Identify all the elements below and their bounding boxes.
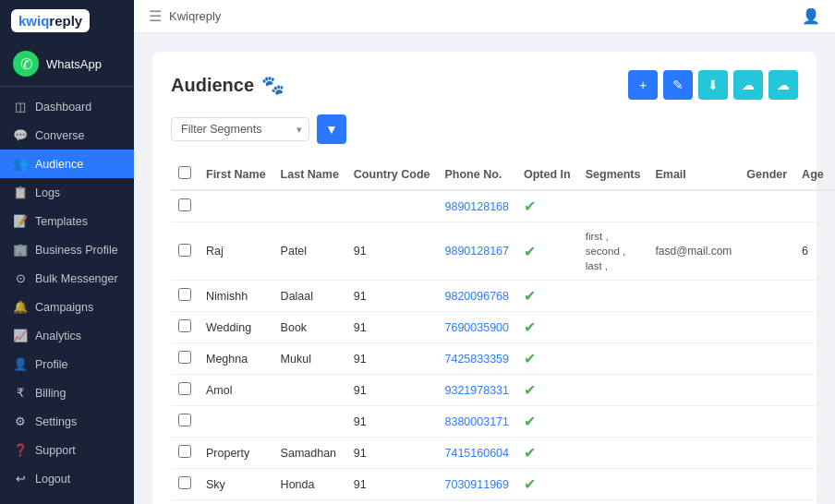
cell-country-code: 91	[346, 222, 438, 281]
cell-age	[794, 406, 831, 438]
opted-in-icon: ✔	[524, 445, 536, 461]
cell-segments	[578, 438, 648, 469]
apply-filter-button[interactable]: ▼	[317, 114, 346, 144]
table-row: Raj Patel 91 9890128167 ✔ first , second…	[171, 222, 835, 281]
sidebar-item-converse[interactable]: 💬 Converse	[0, 121, 134, 150]
row-checkbox[interactable]	[178, 244, 191, 257]
cell-last-name: Book	[273, 312, 346, 343]
cell-opted-in: ✔	[516, 281, 578, 312]
cell-age: 6	[794, 222, 831, 281]
cell-opted-in: ✔	[516, 222, 578, 281]
sidebar-nav: ◫ Dashboard 💬 Converse 👥 Audience 📋 Logs…	[0, 87, 134, 504]
sidebar-item-bulk-messenger[interactable]: ⊙ Bulk Messenger	[0, 264, 134, 293]
download-button[interactable]: ⬇	[698, 70, 728, 100]
logo-area: kwiqreply	[0, 0, 134, 42]
cell-phone[interactable]: 8380003171	[437, 406, 516, 438]
sidebar-item-logs[interactable]: 📋 Logs	[0, 178, 134, 207]
phone-link[interactable]: 9890128167	[444, 245, 509, 258]
row-checkbox[interactable]	[178, 351, 191, 364]
cell-gender	[739, 406, 794, 438]
row-checkbox[interactable]	[178, 198, 191, 211]
header-gender: Gender	[739, 159, 794, 190]
sidebar-item-support[interactable]: ❓ Support	[0, 436, 134, 464]
header-age: Age	[794, 159, 831, 190]
cell-phone[interactable]: 7030911969	[437, 469, 516, 500]
logo-text: kwiqreply	[18, 13, 82, 29]
cell-gender	[739, 500, 794, 504]
phone-link[interactable]: 9820096768	[444, 290, 509, 303]
add-contact-button[interactable]: +	[628, 70, 658, 100]
cell-last-name: Saran	[273, 500, 346, 504]
row-checkbox[interactable]	[178, 414, 191, 426]
segments-value: first , second , last ,	[586, 231, 625, 271]
row-checkbox[interactable]	[178, 382, 191, 395]
cell-email	[647, 406, 739, 438]
business-icon: 🏢	[13, 243, 28, 257]
cell-phone[interactable]: 9890128168	[437, 190, 516, 222]
phone-link[interactable]: 7690035900	[444, 321, 509, 334]
user-icon[interactable]: 👤	[802, 7, 820, 25]
row-checkbox[interactable]	[178, 476, 191, 489]
whatsapp-selector[interactable]: ✆ WhatsApp	[0, 42, 134, 87]
sidebar-item-business-profile[interactable]: 🏢 Business Profile	[0, 235, 134, 264]
cell-country-code: 91	[346, 312, 438, 343]
sidebar-item-label: Billing	[35, 387, 66, 400]
edit-button[interactable]: ✎	[663, 70, 693, 100]
bulk-icon: ⊙	[13, 271, 28, 285]
header-opted-in: Opted In	[516, 159, 578, 190]
sidebar-item-label: Logs	[35, 186, 60, 199]
cell-segments	[578, 500, 648, 504]
filter-select-wrap: Filter Segments Segment 1 Segment 2	[171, 117, 309, 141]
menu-icon[interactable]: ☰	[149, 7, 162, 25]
cell-opted-in: ✔	[516, 312, 578, 343]
sidebar-item-settings[interactable]: ⚙ Settings	[0, 407, 134, 436]
sidebar-item-analytics[interactable]: 📈 Analytics	[0, 321, 134, 350]
cell-phone[interactable]: 7415517920	[437, 500, 516, 504]
cell-last-name: Honda	[273, 469, 346, 500]
row-checkbox[interactable]	[178, 445, 191, 458]
cell-gender	[739, 281, 794, 312]
cell-phone[interactable]: 9820096768	[437, 281, 516, 312]
cell-first-name: Wedding	[199, 312, 273, 343]
cell-gender	[739, 222, 794, 281]
phone-link[interactable]: 7425833359	[444, 353, 509, 366]
cell-opted-in: ✔	[516, 469, 578, 500]
phone-link[interactable]: 7030911969	[444, 478, 509, 491]
sidebar-item-dashboard[interactable]: ◫ Dashboard	[0, 92, 134, 121]
cell-opted-in: ✔	[516, 375, 578, 406]
topbar-title: Kwiqreply	[169, 9, 221, 23]
billing-icon: ₹	[13, 386, 28, 400]
cell-phone[interactable]: 9890128167	[437, 222, 516, 281]
opted-in-icon: ✔	[524, 351, 536, 366]
sidebar-item-profile[interactable]: 👤 Profile	[0, 350, 134, 378]
select-all-checkbox[interactable]	[178, 166, 191, 179]
sidebar-item-audience[interactable]: 👥 Audience	[0, 150, 134, 178]
cell-segments	[578, 406, 648, 438]
sidebar-item-logout[interactable]: ↩ Logout	[0, 464, 134, 493]
header-email: Email	[647, 159, 739, 190]
cell-first-name	[199, 190, 273, 222]
cell-country-code: 91	[346, 375, 438, 406]
filter-segments-select[interactable]: Filter Segments Segment 1 Segment 2	[171, 117, 309, 141]
opted-in-icon: ✔	[524, 244, 536, 259]
phone-link[interactable]: 8380003171	[444, 415, 509, 428]
sidebar-item-billing[interactable]: ₹ Billing	[0, 378, 134, 407]
cell-country-code: 91	[346, 500, 438, 504]
cell-phone[interactable]: 7690035900	[437, 312, 516, 343]
sidebar-item-templates[interactable]: 📝 Templates	[0, 207, 134, 235]
cell-phone[interactable]: 9321978331	[437, 375, 516, 406]
phone-link[interactable]: 9321978331	[444, 384, 509, 397]
sidebar-item-campaigns[interactable]: 🔔 Campaigns	[0, 293, 134, 321]
cell-country-code	[346, 190, 438, 222]
cell-first-name: Raj	[199, 222, 273, 281]
table-row: Meghna Mukul 91 7425833359 ✔ None	[171, 343, 835, 375]
cell-phone[interactable]: 7425833359	[437, 343, 516, 375]
phone-link[interactable]: 9890128168	[444, 200, 509, 213]
cell-phone[interactable]: 7415160604	[437, 438, 516, 469]
phone-link[interactable]: 7415160604	[444, 447, 509, 460]
logout-icon: ↩	[13, 472, 28, 486]
upload-button-2[interactable]: ☁	[768, 70, 798, 100]
row-checkbox[interactable]	[178, 319, 191, 332]
upload-button-1[interactable]: ☁	[733, 70, 763, 100]
row-checkbox[interactable]	[178, 288, 191, 301]
